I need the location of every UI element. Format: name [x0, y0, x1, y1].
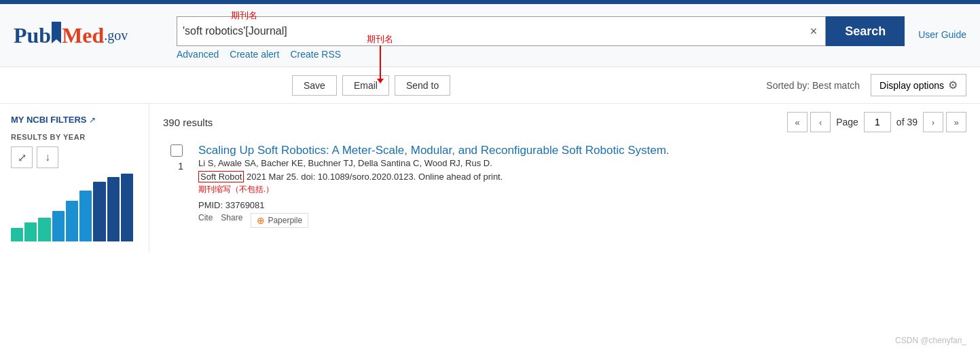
article-content-1: Scaling Up Soft Robotics: A Meter-Scale,…: [198, 143, 966, 228]
page-of: of 39: [896, 117, 918, 128]
display-options-button[interactable]: Display options ⚙: [871, 74, 966, 96]
email-button[interactable]: Email: [342, 75, 389, 96]
page-input[interactable]: [864, 112, 891, 132]
prev-page-button[interactable]: ‹: [810, 112, 831, 132]
clear-button[interactable]: ×: [807, 22, 820, 41]
display-options-label: Display options: [879, 80, 944, 91]
logo-pub: Pub: [14, 23, 51, 48]
journal-abbr-text: Soft Robot: [200, 172, 242, 182]
user-guide-link[interactable]: User Guide: [918, 29, 966, 40]
advanced-link[interactable]: Advanced: [177, 49, 219, 60]
paperpile-button[interactable]: ⊕ Paperpile: [251, 213, 308, 228]
search-input[interactable]: [183, 25, 807, 37]
article-pmid: PMID: 33769081: [198, 200, 966, 210]
article-checkbox-1[interactable]: [170, 144, 183, 157]
save-button[interactable]: Save: [292, 75, 337, 96]
pubmed-logo[interactable]: Pub Med .gov: [14, 22, 128, 50]
chart-controls: ⤢ ↓: [11, 146, 138, 168]
article-title-1[interactable]: Scaling Up Soft Robotics: A Meter-Scale,…: [198, 144, 670, 157]
pagination: « ‹ Page of 39 › »: [787, 112, 966, 132]
results-by-year-title: RESULTS BY YEAR: [11, 133, 138, 141]
last-page-button[interactable]: »: [946, 112, 966, 132]
download-icon: ↓: [45, 151, 50, 163]
results-header: 390 results « ‹ Page of 39 › »: [163, 112, 966, 132]
create-rss-link[interactable]: Create RSS: [290, 49, 341, 60]
page-label: Page: [836, 117, 858, 128]
clear-icon: ×: [810, 24, 818, 39]
paperpile-plus-icon: ⊕: [257, 215, 265, 226]
expand-icon: ⤢: [18, 151, 26, 164]
chart-bar[interactable]: [121, 174, 133, 241]
article-number-1: 1: [170, 159, 183, 172]
toolbar: Save Email Send to Sorted by: Best match…: [0, 67, 980, 104]
chart-bar[interactable]: [66, 201, 78, 241]
chart-bar[interactable]: [24, 222, 37, 241]
sidebar: MY NCBI FILTERS ↗ RESULTS BY YEAR ⤢ ↓: [0, 104, 149, 252]
ncbi-filters-row: MY NCBI FILTERS ↗: [11, 115, 138, 125]
chart-bar[interactable]: [107, 177, 120, 241]
gear-icon: ⚙: [948, 79, 958, 92]
chart-bar[interactable]: [79, 191, 92, 241]
send-to-button[interactable]: Send to: [395, 75, 450, 96]
logo-area: Pub Med .gov: [14, 22, 163, 50]
results-area: 390 results « ‹ Page of 39 › » 1 Scaling…: [149, 104, 980, 252]
logo-gov: .gov: [104, 28, 128, 43]
first-page-button[interactable]: «: [787, 112, 807, 132]
main-layout: MY NCBI FILTERS ↗ RESULTS BY YEAR ⤢ ↓ 39…: [0, 104, 980, 252]
cite-label: Cite: [198, 213, 213, 228]
results-count: 390 results: [163, 117, 213, 128]
search-button[interactable]: Search: [826, 16, 905, 46]
logo-med: Med: [62, 23, 104, 48]
article-actions: Cite Share ⊕ Paperpile: [198, 213, 966, 228]
article-1: 1 Scaling Up Soft Robotics: A Meter-Scal…: [163, 143, 966, 228]
header: Pub Med .gov 期刊名 × Search: [0, 4, 980, 67]
logo-bookmark-icon: [52, 22, 61, 50]
bar-chart: [11, 174, 133, 241]
sort-label: Sorted by: Best match: [766, 80, 860, 91]
share-label: Share: [221, 213, 242, 228]
chart-bar[interactable]: [11, 228, 23, 241]
user-guide-area: User Guide: [918, 29, 966, 41]
search-row: × Search: [177, 16, 905, 46]
chart-bar[interactable]: [93, 182, 105, 241]
svg-marker-0: [52, 22, 61, 43]
journal-date: 2021 Mar 25. doi: 10.1089/soro.2020.0123…: [247, 172, 503, 182]
external-link-icon: ↗: [89, 115, 96, 125]
article-journal-1: Soft Robot 期刊缩写（不包括.） 2021 Mar 25. doi: …: [198, 171, 966, 182]
expand-chart-button[interactable]: ⤢: [11, 146, 33, 168]
chart-bar[interactable]: [52, 211, 65, 241]
chart-bar[interactable]: [38, 218, 50, 241]
sub-links: Advanced Create alert Create RSS: [177, 49, 905, 60]
next-page-button[interactable]: ›: [923, 112, 943, 132]
journal-abbr-box: Soft Robot: [198, 171, 244, 182]
journal-name-annotation: 期刊名: [231, 10, 257, 20]
create-alert-link[interactable]: Create alert: [230, 49, 279, 60]
my-ncbi-filters-link[interactable]: MY NCBI FILTERS: [11, 115, 86, 125]
search-input-wrapper: ×: [177, 16, 826, 46]
article-authors-1: Li S, Awale SA, Bacher KE, Buchner TJ, D…: [198, 158, 966, 168]
search-area: 期刊名 × Search Advanced Create alert Creat…: [177, 11, 905, 60]
download-chart-button[interactable]: ↓: [37, 146, 58, 168]
paperpile-label: Paperpile: [268, 216, 302, 225]
